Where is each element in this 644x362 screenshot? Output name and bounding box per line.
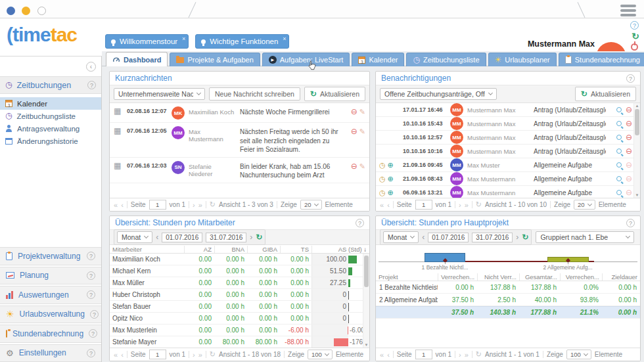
pager-refresh-icon[interactable]: ↻ xyxy=(210,200,216,209)
delete-icon[interactable]: ⊖ xyxy=(351,108,357,116)
period-select[interactable]: Monat xyxy=(383,231,419,243)
date-to-input[interactable]: 31.07.2016 xyxy=(472,233,513,242)
project-row[interactable]: 2 Allgemeine Aufgaben 37.50 h 2.50 h 40.… xyxy=(376,294,640,306)
dismiss-icon[interactable]: ⊖ xyxy=(626,189,632,196)
view-details-icon[interactable] xyxy=(616,162,622,168)
page-size-select[interactable]: 20 xyxy=(300,200,322,210)
add-booking-icon[interactable]: ⊕ xyxy=(388,189,394,197)
employee-row[interactable]: Opitz Nico 0.00 0.00 h 0.00 h 0.00 h 0 xyxy=(110,313,369,325)
help-icon[interactable]: ? xyxy=(89,329,97,338)
notification-row[interactable]: 17.01.17 16:46 MM Mustermann Max Antrag … xyxy=(376,103,640,117)
close-icon[interactable]: × xyxy=(283,35,286,42)
help-icon[interactable]: ? xyxy=(87,349,95,357)
dismiss-icon[interactable]: ⊖ xyxy=(626,106,632,114)
scroll-thumb[interactable] xyxy=(364,256,369,287)
prev-page-icon[interactable]: ‹ xyxy=(121,351,124,359)
edit-icon[interactable]: ✎ xyxy=(359,162,365,170)
page-input[interactable] xyxy=(415,350,432,359)
edit-icon[interactable]: ✎ xyxy=(359,108,365,116)
column-as[interactable]: AS (Std) ↓ xyxy=(311,246,369,253)
prev-period-icon[interactable]: ‹ xyxy=(156,233,158,242)
help-icon[interactable]: ? xyxy=(356,219,364,227)
notification-row[interactable]: ◷⊕ 21.09.16 08:43 MM Max Mustermann Allg… xyxy=(376,172,640,186)
sidebar-collapse-icon[interactable]: ‹ xyxy=(86,62,96,72)
last-page-icon[interactable]: » xyxy=(465,201,469,209)
page-input[interactable] xyxy=(149,350,166,359)
dismiss-icon[interactable]: ⊖ xyxy=(626,175,632,183)
next-page-icon[interactable]: › xyxy=(193,351,195,359)
date-from-input[interactable]: 01.07.2016 xyxy=(162,233,202,242)
period-select[interactable]: Monat xyxy=(117,231,152,243)
first-page-icon[interactable]: « xyxy=(380,201,384,209)
scroll-down-icon[interactable]: ▼ xyxy=(634,193,640,197)
next-page-icon[interactable]: › xyxy=(459,201,461,209)
refresh-icon[interactable]: ↻ xyxy=(256,233,262,242)
tab-projekte-aufgaben[interactable]: Projekte & Aufgaben xyxy=(170,53,260,66)
first-page-icon[interactable]: « xyxy=(380,351,384,359)
column-zieldauer[interactable]: Zieldauer xyxy=(602,273,640,281)
scroll-up-icon[interactable]: ▲ xyxy=(634,104,640,108)
first-page-icon[interactable]: « xyxy=(114,201,118,209)
last-page-icon[interactable]: » xyxy=(198,351,202,359)
column-az[interactable]: AZ xyxy=(184,246,214,253)
page-input[interactable] xyxy=(149,200,166,210)
sidebar-group-zeitbuchungen[interactable]: ◷ Zeitbuchungen ? xyxy=(0,76,101,94)
help-icon[interactable]: ? xyxy=(90,310,99,319)
column-verrechenbar-prozent[interactable]: Verrechen... xyxy=(560,273,602,281)
employee-row[interactable]: Max Müller 0.00 0.00 h 0.00 h 0.00 h 27.… xyxy=(110,277,369,289)
delete-icon[interactable]: ⊖ xyxy=(351,162,357,170)
tab-urlaubsplaner[interactable]: ☀ Urlaubsplaner xyxy=(488,53,557,66)
page-size-select[interactable]: 20 xyxy=(574,200,595,210)
message-row[interactable]: ▦ 07.06.16 12:03 SN Stefanie Niederer Bi… xyxy=(110,158,369,183)
prev-period-icon[interactable]: ‹ xyxy=(422,233,425,242)
next-page-icon[interactable]: › xyxy=(193,201,195,209)
dismiss-icon[interactable]: ⊖ xyxy=(626,161,632,169)
willkommenstour-button[interactable]: Willkommenstour × xyxy=(105,34,189,49)
notification-row[interactable]: ◷⊕ 06.09.16 13:21 MM Max Mustermann Allg… xyxy=(376,186,640,198)
logout-power-icon[interactable] xyxy=(631,43,638,51)
reload-icon[interactable]: ↻ xyxy=(632,31,639,41)
employee-row[interactable]: Max Musterlein 0.00 0.00 h 0.00 h -6.00 … xyxy=(110,325,369,336)
pager-refresh-icon[interactable]: ↻ xyxy=(210,350,216,359)
view-details-icon[interactable] xyxy=(616,135,622,140)
dismiss-icon[interactable]: ⊖ xyxy=(626,133,632,141)
sidebar-item-antragsverwaltung[interactable]: Antragsverwaltung xyxy=(0,122,101,135)
help-icon[interactable]: ? xyxy=(630,21,639,30)
dismiss-icon[interactable]: ⊖ xyxy=(626,147,632,155)
notification-filter-select[interactable]: Offene Zeitbuchungsanträge, Offen xyxy=(380,88,497,100)
last-page-icon[interactable]: » xyxy=(198,201,202,209)
tab-zeitbuchungsliste[interactable]: ◷ Zeitbuchungsliste xyxy=(406,53,486,66)
sidebar-item-kalender[interactable]: 3 Kalender xyxy=(0,97,101,110)
hamburger-menu-icon[interactable] xyxy=(620,3,636,18)
column-ts[interactable]: TS xyxy=(280,246,311,253)
date-from-input[interactable]: 01.07.2016 xyxy=(428,233,469,242)
employee-row[interactable]: Stefanie Mayer 0.00 80.00 h 80.00 h -88.… xyxy=(110,336,369,348)
pager-refresh-icon[interactable]: ↻ xyxy=(476,350,482,359)
tab-dashboard[interactable]: Dashboard xyxy=(106,52,168,66)
project-row[interactable]: 1 Bezahlte Nichtleistungstätigke... 0.00… xyxy=(376,281,640,294)
column-nicht-verrechenbar[interactable]: Nicht Verr... xyxy=(477,273,519,281)
help-icon[interactable]: ? xyxy=(87,252,95,260)
column-giba[interactable]: GIBA xyxy=(247,246,280,253)
employee-row[interactable]: Huber Christoph 0.00 0.00 h 0.00 h 0.00 … xyxy=(110,289,369,301)
view-details-icon[interactable] xyxy=(616,148,622,154)
window-dot-yellow[interactable] xyxy=(22,7,30,15)
add-booking-icon[interactable]: ⊕ xyxy=(388,161,394,170)
edit-icon[interactable]: ✎ xyxy=(359,127,365,135)
sidebar-section-planung[interactable]: Planung ? xyxy=(0,267,101,285)
next-period-icon[interactable]: › xyxy=(516,233,518,242)
window-dot-blue[interactable] xyxy=(7,7,15,15)
column-bna[interactable]: BNA xyxy=(214,246,247,253)
column-verrechenbar[interactable]: Verrechen... xyxy=(438,273,477,281)
page-input[interactable] xyxy=(415,200,432,210)
first-page-icon[interactable]: « xyxy=(114,351,118,359)
tab-kalender[interactable]: 3 Kalender xyxy=(352,53,404,66)
new-message-button[interactable]: Neue Nachricht schreiben xyxy=(209,87,300,101)
dismiss-icon[interactable]: ⊖ xyxy=(626,120,632,127)
sidebar-section-einstellungen[interactable]: ⚙ Einstellungen ? xyxy=(0,344,101,362)
add-booking-icon[interactable]: ⊕ xyxy=(388,175,394,183)
tab-aufgaben-livestart[interactable]: ▶ Aufgaben: LiveStart xyxy=(262,53,350,66)
notification-row[interactable]: 10.10.16 10:16 MM Mustermann Max Antrag … xyxy=(376,145,640,158)
delete-icon[interactable]: ⊖ xyxy=(351,127,357,135)
column-mitarbeiter[interactable]: Mitarbeiter xyxy=(110,246,184,253)
